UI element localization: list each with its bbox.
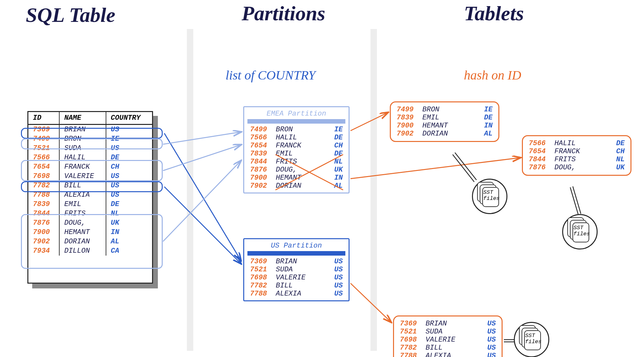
table-row: 7782BILLUS <box>394 344 502 352</box>
table-row: 7844FRITSNL <box>523 155 630 164</box>
table-row: 7788ALEXIAUS <box>244 290 349 298</box>
table-row: 7902DORIANAL <box>28 237 152 246</box>
table-row: 7902DORIANAL <box>391 130 498 138</box>
table-row: 7900HEMANTIN <box>391 122 498 130</box>
sql-col-name: NAME <box>59 112 106 125</box>
tablet-2: 7566HALILDE7654FRANCKCH7844FRITSNL7876DO… <box>522 135 631 176</box>
sql-table-box: ID NAME COUNTRY 7369BRIANUS7499BRONIE752… <box>27 111 153 284</box>
partition-us-title: US Partition <box>244 242 349 251</box>
table-row: 7902DORIANAL <box>244 182 349 190</box>
table-row: 7369BRIANUS <box>394 320 502 328</box>
svg-line-4 <box>163 161 241 241</box>
table-row: 7499BRONIE <box>244 126 349 134</box>
table-row: 7844FRITSNL <box>28 209 152 218</box>
subheading-partitions: list of COUNTRY <box>226 68 315 83</box>
heading-partitions: Partitions <box>242 2 325 25</box>
svg-line-13 <box>573 186 581 214</box>
table-row: 7844FRITSNL <box>244 158 349 166</box>
svg-line-3 <box>163 145 241 171</box>
tablet-3: 7369BRIANUS7521SUDAUS7698VALERIEUS7782BI… <box>393 315 503 357</box>
svg-line-7 <box>351 113 388 131</box>
table-row: 7566HALILDE <box>28 153 152 162</box>
table-row: 7900HEMANTIN <box>244 174 349 182</box>
table-row: 7521SUDAUS <box>28 144 152 153</box>
sql-table: ID NAME COUNTRY 7369BRIANUS7499BRONIE752… <box>28 112 152 256</box>
sst-files-2: SSTfiles <box>562 214 598 249</box>
table-row: 7900HEMANTIN <box>28 228 152 237</box>
svg-line-11 <box>455 153 476 180</box>
partition-emea: EMEA Partition 7499BRONIE7566HALILDE7654… <box>243 106 350 193</box>
table-row: 7934DILLONCA <box>28 246 152 256</box>
sql-col-id: ID <box>28 112 59 125</box>
table-row: 7521SUDAUS <box>394 328 502 336</box>
table-row: 7876DOUG,UK <box>244 166 349 174</box>
table-row: 7698VALERIEUS <box>244 274 349 282</box>
table-row: 7698VALERIEUS <box>394 336 502 344</box>
table-row: 7788ALEXIAUS <box>394 352 502 357</box>
table-row: 7654FRANCKCH <box>28 162 152 172</box>
svg-line-12 <box>570 187 578 215</box>
table-row: 7698VALERIEUS <box>28 172 152 181</box>
partition-us: US Partition 7369BRIANUS7521SUDAUS7698VA… <box>243 238 350 301</box>
table-row: 7521SUDAUS <box>244 266 349 274</box>
table-row: 7499BRONIE <box>28 134 152 144</box>
sst-files-3: SSTfiles <box>514 322 549 357</box>
svg-line-1 <box>164 187 241 263</box>
sst-files-1: SSTfiles <box>472 179 507 214</box>
svg-line-0 <box>164 133 241 260</box>
table-row: 7782BILLUS <box>28 181 152 190</box>
partition-emea-title: EMEA Partition <box>244 110 349 119</box>
table-row: 7876DOUG,UK <box>28 218 152 228</box>
svg-line-2 <box>163 132 241 144</box>
table-row: 7839EMILDE <box>28 200 152 209</box>
table-row: 7839EMILDE <box>244 150 349 158</box>
heading-sql-table: SQL Table <box>26 3 115 27</box>
table-row: 7369BRIANUS <box>28 125 152 135</box>
table-row: 7369BRIANUS <box>244 258 349 266</box>
sql-col-country: COUNTRY <box>106 112 152 125</box>
separator-1 <box>187 29 193 351</box>
sql-table-header: ID NAME COUNTRY <box>28 112 152 125</box>
table-row: 7782BILLUS <box>244 282 349 290</box>
table-row: 7839EMILDE <box>391 114 498 122</box>
table-row: 7788ALEXIAUS <box>28 190 152 200</box>
table-row: 7654FRANCKCH <box>244 142 349 150</box>
separator-2 <box>370 29 377 351</box>
table-row: 7654FRANCKCH <box>523 147 630 155</box>
table-row: 7566HALILDE <box>523 139 630 147</box>
partition-emea-bar <box>247 119 345 124</box>
table-row: 7499BRONIE <box>391 106 498 114</box>
subheading-tablets: hash on ID <box>464 68 521 83</box>
table-row: 7566HALILDE <box>244 134 349 142</box>
heading-tablets: Tablets <box>464 2 524 25</box>
table-row: 7876DOUG,UK <box>523 164 630 172</box>
partition-us-bar <box>247 251 345 256</box>
svg-line-10 <box>453 155 474 182</box>
tablet-1: 7499BRONIE7839EMILDE7900HEMANTIN7902DORI… <box>390 101 499 142</box>
